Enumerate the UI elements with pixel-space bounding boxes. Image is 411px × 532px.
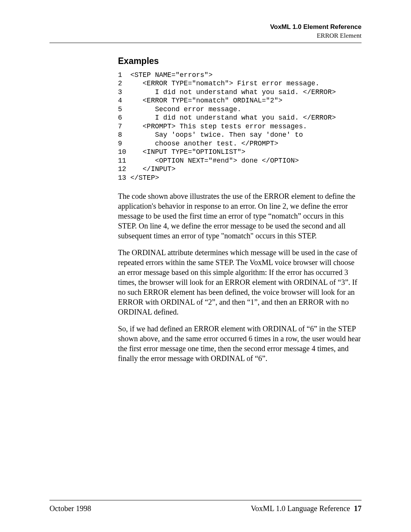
- footer-right-text: VoxML 1.0 Language Reference: [251, 504, 350, 513]
- content-area: Examples 1 <STEP NAME="errors"> 2 <ERROR…: [118, 56, 362, 364]
- body-paragraph: The code shown above illustrates the use…: [118, 191, 362, 241]
- page-header: VoxML 1.0 Element Reference ERROR Elemen…: [49, 23, 362, 40]
- section-heading: Examples: [118, 56, 362, 66]
- footer-date: October 1998: [49, 504, 91, 513]
- footer-doc-title: VoxML 1.0 Language Reference 17: [251, 504, 362, 513]
- footer-row: October 1998 VoxML 1.0 Language Referenc…: [49, 504, 362, 513]
- page: VoxML 1.0 Element Reference ERROR Elemen…: [0, 0, 411, 532]
- body-paragraph: The ORDINAL attribute determines which m…: [118, 248, 362, 317]
- footer-rule: [49, 500, 362, 500]
- header-title: VoxML 1.0 Element Reference: [49, 23, 362, 32]
- code-example: 1 <STEP NAME="errors"> 2 <ERROR TYPE="no…: [118, 71, 362, 182]
- page-number: 17: [354, 504, 362, 513]
- header-subtitle: ERROR Element: [49, 32, 362, 40]
- page-footer: October 1998 VoxML 1.0 Language Referenc…: [49, 500, 362, 513]
- header-rule: [49, 43, 362, 43]
- body-paragraph: So, if we had defined an ERROR element w…: [118, 324, 362, 363]
